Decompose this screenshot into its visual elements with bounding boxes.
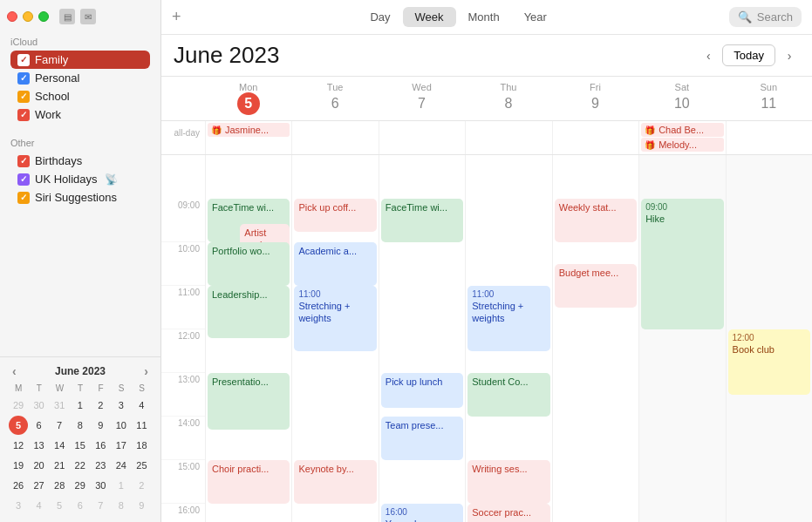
mini-cal-day[interactable]: 15 — [71, 436, 90, 455]
inbox-icon[interactable]: ✉ — [80, 9, 96, 24]
event-facetime-wed[interactable]: FaceTime wi... — [381, 199, 463, 242]
event-pickup-coffee[interactable]: Pick up coff... — [294, 199, 376, 232]
add-event-button[interactable]: + — [172, 8, 181, 26]
event-choir[interactable]: Choir practi... — [208, 460, 290, 504]
day-num-10[interactable]: 10 — [671, 92, 693, 115]
mini-cal-day[interactable]: 2 — [132, 476, 151, 495]
mini-cal-day[interactable]: 18 — [132, 436, 151, 455]
mini-cal-day[interactable]: 29 — [9, 396, 28, 415]
birthdays-checkbox[interactable]: ✓ — [17, 155, 30, 167]
tab-day[interactable]: Day — [358, 7, 402, 27]
mini-cal-day[interactable]: 12 — [9, 436, 28, 455]
search-area[interactable]: 🔍 Search — [729, 7, 802, 27]
mini-cal-day[interactable]: 2 — [91, 396, 110, 415]
mini-cal-day[interactable]: 17 — [112, 436, 131, 455]
event-student-co[interactable]: Student Co... — [467, 373, 549, 417]
sidebar-item-uk-holidays[interactable]: ✓ UK Holidays 📡 — [10, 170, 150, 188]
mini-cal-day[interactable]: 4 — [30, 496, 49, 515]
mini-cal-day[interactable]: 25 — [132, 456, 151, 475]
day-num-6[interactable]: 6 — [324, 92, 346, 115]
allday-event-jasmine[interactable]: 🎁 Jasmine... — [208, 123, 290, 137]
mini-cal-day[interactable]: 16 — [91, 436, 110, 455]
mini-cal-day[interactable]: 23 — [91, 456, 110, 475]
mini-cal-prev[interactable]: ‹ — [9, 364, 20, 378]
sidebar-item-personal[interactable]: ✓ Personal — [10, 69, 150, 87]
event-budget-mee[interactable]: Budget mee... — [555, 264, 637, 308]
mini-cal-day[interactable]: 13 — [30, 436, 49, 455]
event-weekly-stat[interactable]: Weekly stat... — [555, 199, 637, 242]
mini-cal-day-today[interactable]: 5 — [9, 416, 28, 435]
mini-cal-day[interactable]: 14 — [50, 436, 69, 455]
mini-cal-day[interactable]: 7 — [91, 496, 110, 515]
event-book-club[interactable]: 12:00 Book club — [728, 329, 810, 395]
event-hike[interactable]: 09:00 Hike — [641, 199, 723, 329]
mini-cal-day[interactable]: 6 — [71, 496, 90, 515]
sidebar-item-siri-suggestions[interactable]: ✓ Siri Suggestions — [10, 188, 150, 207]
mini-cal-day[interactable]: 1 — [112, 476, 131, 495]
sidebar-toggle-icon[interactable]: ▤ — [59, 9, 75, 24]
sidebar-item-work[interactable]: ✓ Work — [10, 105, 150, 124]
work-checkbox[interactable]: ✓ — [17, 109, 30, 121]
mini-cal-day[interactable]: 3 — [9, 496, 28, 515]
today-button[interactable]: Today — [722, 44, 775, 66]
mini-cal-day[interactable]: 27 — [30, 476, 49, 495]
day-num-5[interactable]: 5 — [237, 92, 260, 115]
school-checkbox[interactable]: ✓ — [17, 91, 30, 103]
time-grid-scroll[interactable]: 09:00 10:00 11:00 12:00 13:00 14:00 15:0… — [161, 155, 812, 522]
maximize-button[interactable] — [38, 11, 49, 22]
mini-cal-day[interactable]: 8 — [71, 416, 90, 435]
allday-event-chad[interactable]: 🎁 Chad Be... — [641, 123, 723, 137]
mini-cal-day[interactable]: 30 — [30, 396, 49, 415]
mini-cal-day[interactable]: 21 — [50, 456, 69, 475]
event-yoga[interactable]: 16:00 Yoga class ... — [381, 504, 463, 522]
tab-month[interactable]: Month — [456, 7, 512, 27]
day-num-11[interactable]: 11 — [757, 92, 780, 115]
mini-cal-day[interactable]: 11 — [132, 416, 151, 435]
uk-holidays-checkbox[interactable]: ✓ — [17, 173, 30, 186]
siri-suggestions-checkbox[interactable]: ✓ — [17, 192, 30, 204]
close-button[interactable] — [7, 11, 17, 22]
mini-cal-day[interactable]: 10 — [112, 416, 131, 435]
sidebar-item-school[interactable]: ✓ School — [10, 87, 150, 105]
mini-cal-day[interactable]: 9 — [91, 416, 110, 435]
event-pickup-lunch[interactable]: Pick up lunch — [381, 373, 463, 408]
event-leadership[interactable]: Leadership... — [208, 286, 290, 338]
sidebar-item-birthdays[interactable]: ✓ Birthdays — [10, 152, 150, 170]
event-team-pres[interactable]: Team prese... — [381, 417, 463, 460]
mini-cal-day[interactable]: 5 — [50, 496, 69, 515]
day-num-9[interactable]: 9 — [583, 92, 606, 115]
mini-cal-day[interactable]: 9 — [132, 496, 151, 515]
prev-week-button[interactable]: ‹ — [698, 45, 719, 66]
mini-cal-day[interactable]: 6 — [30, 416, 49, 435]
event-soccer[interactable]: Soccer prac... — [467, 504, 549, 522]
personal-checkbox[interactable]: ✓ — [17, 72, 30, 85]
mini-cal-day[interactable]: 28 — [50, 476, 69, 495]
mini-cal-day[interactable]: 7 — [50, 416, 69, 435]
tab-year[interactable]: Year — [512, 7, 559, 27]
mini-cal-day[interactable]: 30 — [91, 476, 110, 495]
mini-cal-day[interactable]: 3 — [112, 396, 131, 415]
allday-event-melody[interactable]: 🎁 Melody... — [641, 138, 723, 152]
day-num-8[interactable]: 8 — [497, 92, 520, 115]
mini-cal-next[interactable]: › — [140, 364, 152, 378]
next-week-button[interactable]: › — [779, 45, 800, 66]
event-keynote[interactable]: Keynote by... — [294, 460, 376, 504]
mini-cal-day[interactable]: 29 — [71, 476, 90, 495]
mini-cal-day[interactable]: 20 — [30, 456, 49, 475]
event-stretching-thu[interactable]: 11:00 Stretching + weights — [467, 286, 549, 351]
sidebar-item-family[interactable]: ✓ Family — [10, 51, 150, 69]
event-writing-ses[interactable]: Writing ses... — [467, 460, 549, 504]
mini-cal-day[interactable]: 24 — [112, 456, 131, 475]
mini-cal-day[interactable]: 8 — [112, 496, 131, 515]
minimize-button[interactable] — [23, 11, 33, 22]
event-presentation[interactable]: Presentatio... — [208, 373, 290, 430]
mini-cal-day[interactable]: 1 — [71, 396, 90, 415]
mini-cal-day[interactable]: 31 — [50, 396, 69, 415]
tab-week[interactable]: Week — [403, 7, 456, 27]
mini-cal-day[interactable]: 26 — [9, 476, 28, 495]
event-academic[interactable]: Academic a... — [294, 242, 376, 286]
mini-cal-day[interactable]: 4 — [132, 396, 151, 415]
mini-cal-day[interactable]: 19 — [9, 456, 28, 475]
event-portfolio[interactable]: Portfolio wo... — [208, 242, 290, 286]
event-stretching-tue[interactable]: 11:00 Stretching + weights — [294, 286, 376, 351]
